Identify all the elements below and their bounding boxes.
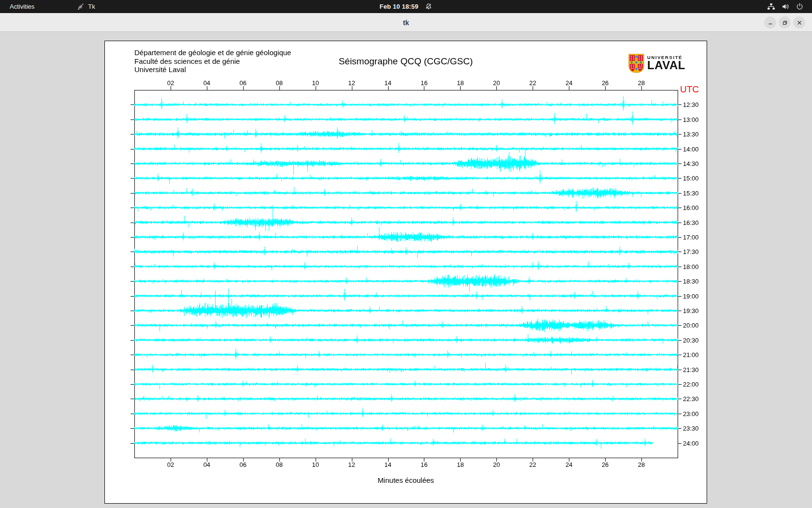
gnome-top-bar: Activities Tk Feb 10 18:59 xyxy=(0,0,812,13)
seismograph-panel: Département de géologie et de génie géol… xyxy=(104,41,707,504)
tk-feather-icon xyxy=(77,3,85,11)
laval-shield-icon xyxy=(628,54,644,73)
x-tick-label: 08 xyxy=(276,79,282,87)
window-title-bar[interactable]: tk xyxy=(0,13,812,32)
minimize-icon xyxy=(768,20,773,26)
activities-button[interactable]: Activities xyxy=(0,0,44,13)
utc-time-label: 21:00 xyxy=(683,351,699,359)
x-tick-label: 02 xyxy=(167,461,174,468)
desktop: Activities Tk Feb 10 18:59 xyxy=(0,0,812,508)
close-button[interactable] xyxy=(793,16,805,29)
x-tick-label: 20 xyxy=(493,79,500,87)
seismograph-panel-inner: Département de géologie et de génie géol… xyxy=(105,41,707,503)
app-menu[interactable]: Tk xyxy=(77,3,95,11)
utc-time-label: 13:00 xyxy=(683,116,699,123)
utc-time-label: 17:00 xyxy=(683,234,699,241)
utc-time-label: 19:30 xyxy=(683,307,699,314)
utc-time-label: 20:30 xyxy=(683,336,699,344)
window-controls xyxy=(764,16,805,29)
laval-logo-text: UNIVERSITÉ LAVAL xyxy=(647,54,685,73)
laval-logo-line2: LAVAL xyxy=(647,60,685,71)
power-icon xyxy=(796,3,803,10)
institution-line: Département de géologie et de génie géol… xyxy=(134,48,291,57)
x-tick-label: 28 xyxy=(638,79,645,87)
x-tick-label: 10 xyxy=(312,461,319,468)
close-icon xyxy=(797,20,802,26)
utc-time-label: 16:00 xyxy=(683,204,699,211)
x-tick-label: 16 xyxy=(420,461,427,468)
x-tick-label: 26 xyxy=(602,79,609,87)
utc-time-label: 23:00 xyxy=(683,410,699,417)
network-wired-icon xyxy=(767,3,775,10)
x-tick-label: 14 xyxy=(384,461,391,468)
utc-time-label: 13:30 xyxy=(683,131,699,138)
seismogram-canvas xyxy=(105,41,707,503)
utc-time-label: 17:30 xyxy=(683,248,699,255)
x-tick-label: 22 xyxy=(529,461,536,468)
x-tick-label: 24 xyxy=(566,79,572,87)
universite-laval-logo: UNIVERSITÉ LAVAL xyxy=(628,54,685,73)
x-axis-title: Minutes écoulées xyxy=(105,476,707,484)
chart-title: Séismographe QCQ (CGC/GSC) xyxy=(105,56,707,67)
utc-time-label: 20:00 xyxy=(683,322,699,329)
utc-time-label: 21:30 xyxy=(683,366,699,373)
utc-time-label: 24:00 xyxy=(683,439,699,447)
app-menu-label: Tk xyxy=(88,3,95,10)
restore-button[interactable] xyxy=(779,16,791,29)
utc-time-label: 23:30 xyxy=(683,425,699,432)
utc-axis-label: UTC xyxy=(680,84,699,95)
utc-time-label: 22:00 xyxy=(683,381,699,388)
x-tick-label: 06 xyxy=(240,461,246,468)
utc-time-label: 15:00 xyxy=(683,175,699,182)
utc-time-label: 18:30 xyxy=(683,278,699,285)
x-tick-label: 02 xyxy=(167,79,174,87)
x-tick-label: 20 xyxy=(493,461,500,468)
x-tick-label: 08 xyxy=(276,461,282,468)
system-status-menu[interactable] xyxy=(767,0,803,13)
restore-icon xyxy=(782,20,788,26)
top-bar-left: Activities Tk xyxy=(0,0,95,13)
notifications-muted-icon xyxy=(425,3,433,10)
x-tick-label: 04 xyxy=(203,461,210,468)
x-tick-label: 10 xyxy=(312,79,319,87)
x-tick-label: 28 xyxy=(638,461,645,468)
utc-time-label: 16:30 xyxy=(683,219,699,226)
utc-time-label: 15:30 xyxy=(683,189,699,196)
x-tick-label: 24 xyxy=(566,461,572,468)
x-tick-label: 04 xyxy=(203,79,210,87)
minimize-button[interactable] xyxy=(764,16,776,29)
x-tick-label: 12 xyxy=(348,461,355,468)
x-tick-label: 16 xyxy=(420,79,427,87)
clock-label: Feb 10 18:59 xyxy=(379,3,418,10)
utc-time-label: 19:00 xyxy=(683,292,699,299)
x-tick-label: 26 xyxy=(602,461,609,468)
clock-menu[interactable]: Feb 10 18:59 xyxy=(379,0,432,13)
volume-icon xyxy=(782,3,790,10)
x-tick-label: 06 xyxy=(240,79,246,87)
utc-time-label: 18:00 xyxy=(683,263,699,270)
x-tick-label: 22 xyxy=(529,79,536,87)
x-tick-label: 12 xyxy=(348,79,355,87)
x-tick-label: 14 xyxy=(384,79,391,87)
x-tick-label: 18 xyxy=(457,79,464,87)
x-tick-label: 18 xyxy=(457,461,464,468)
window-content: Département de géologie et de génie géol… xyxy=(0,32,812,508)
utc-time-label: 14:00 xyxy=(683,145,699,152)
utc-time-label: 22:30 xyxy=(683,395,699,403)
utc-time-label: 12:30 xyxy=(683,101,699,108)
window-title: tk xyxy=(0,13,812,32)
utc-time-label: 14:30 xyxy=(683,160,699,167)
